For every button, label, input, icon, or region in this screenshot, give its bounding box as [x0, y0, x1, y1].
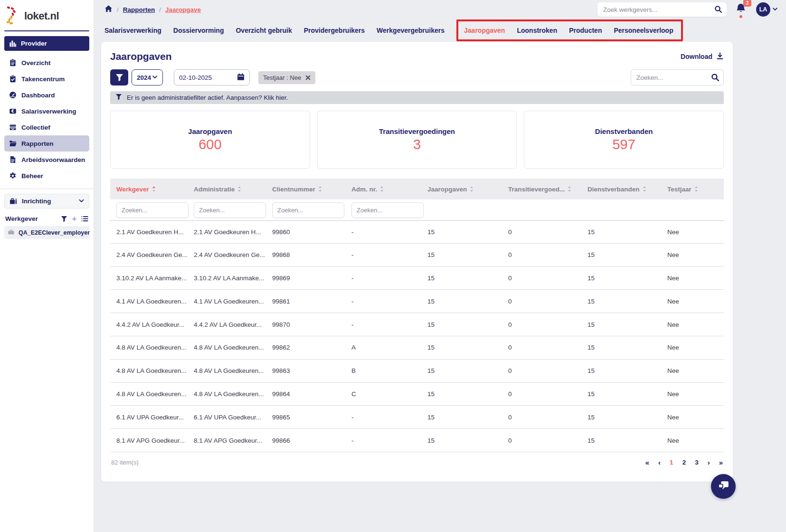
table-row[interactable]: 6.1 AV UPA Goedkeur... 6.1 AV UPA Goedke…: [110, 406, 724, 429]
cell-transitievergoedingen: 0: [508, 251, 587, 258]
column-testjaar[interactable]: Testjaar: [667, 186, 724, 193]
pagination-last[interactable]: »: [719, 458, 723, 466]
home-icon[interactable]: [104, 5, 113, 14]
date-input[interactable]: 02-10-2025: [174, 69, 250, 86]
cell-testjaar: Nee: [667, 344, 724, 351]
table-search-input[interactable]: [631, 70, 723, 85]
sort-icon: [643, 186, 646, 192]
pagination-first[interactable]: «: [645, 458, 649, 466]
tab-salarisverwerking[interactable]: Salarisverwerking: [104, 27, 161, 34]
table-row[interactable]: 4.8 AV LA Goedkeuren... 4.8 AV LA Goedke…: [110, 383, 724, 406]
sidebar-item-takencentrum[interactable]: Takencentrum: [4, 71, 89, 87]
tab-jaaropgaven[interactable]: Jaaropgaven: [464, 27, 505, 34]
filter-chip-testjaar: Testjaar : Nee: [258, 71, 315, 84]
cell-clientnummer: 99870: [272, 321, 351, 328]
nav-label: Salarisverwerking: [21, 108, 76, 115]
werkgever-section-header: Werkgever +: [5, 215, 88, 222]
filter-administratie-input[interactable]: [194, 202, 266, 218]
filter-employers-icon[interactable]: [60, 215, 67, 222]
breadcrumb-rapporten[interactable]: Rapporten: [123, 6, 155, 13]
tab-dossiervorming[interactable]: Dossiervorming: [173, 27, 224, 34]
user-menu[interactable]: LA: [756, 2, 778, 17]
filter-adm-nr-input[interactable]: [351, 202, 424, 218]
employer-list-icon[interactable]: [81, 215, 88, 222]
notifications-button[interactable]: 3: [735, 2, 748, 17]
nav-label: Arbeidsvoorwaarden: [21, 156, 85, 163]
close-icon[interactable]: [305, 75, 311, 80]
sidebar-item-dashboard[interactable]: Dashboard: [4, 87, 89, 103]
column-administratie[interactable]: Administratie: [194, 186, 272, 193]
sidebar-item-collectief[interactable]: Collectief: [4, 119, 89, 135]
pagination-next[interactable]: ›: [708, 458, 710, 466]
employer-search-input[interactable]: [597, 2, 727, 17]
pagination-page-3[interactable]: 3: [695, 459, 699, 466]
chat-button[interactable]: [711, 474, 736, 499]
sidebar-item-provider[interactable]: Provider: [4, 36, 89, 51]
sidebar-item-rapporten[interactable]: Rapporten: [4, 135, 89, 152]
pagination-prev[interactable]: ‹: [658, 458, 661, 466]
filter-werkgever-input[interactable]: [116, 202, 189, 218]
table-row[interactable]: 2.1 AV Goedkeuren H... 2.1 AV Goedkeuren…: [110, 220, 724, 244]
cell-jaaropgaven: 15: [427, 275, 508, 282]
tab-personeelsverloop[interactable]: Personeelsverloop: [614, 27, 673, 34]
table-row[interactable]: 4.4.2 AV LA Goedkeur... 4.4.2 AV LA Goed…: [110, 313, 724, 336]
table-row[interactable]: 4.1 AV LA Goedkeuren... 4.1 AV LA Goedke…: [110, 290, 724, 313]
nav-label: Dashboard: [21, 92, 55, 99]
download-button[interactable]: Download: [681, 52, 724, 61]
column-transitievergoedingen[interactable]: Transitievergoed...: [508, 186, 587, 193]
cell-werkgever: 6.1 AV UPA Goedkeur...: [116, 414, 194, 421]
table-filter-row: [110, 200, 724, 220]
cell-adm-nr: -: [351, 321, 427, 328]
sidebar-item-salarisverwerking[interactable]: € Salarisverwerking: [4, 103, 89, 119]
card-label: Transitievergoedingen: [379, 127, 455, 135]
tab-loonstroken[interactable]: Loonstroken: [517, 27, 557, 34]
cell-werkgever: 4.8 AV LA Goedkeuren...: [116, 367, 194, 374]
cell-werkgever: 4.1 AV LA Goedkeuren...: [116, 298, 194, 305]
tab-providergebruikers[interactable]: Providergebruikers: [304, 27, 365, 34]
filter-clientnummer-input[interactable]: [272, 202, 344, 218]
add-employer-icon[interactable]: +: [71, 215, 78, 222]
filter-button[interactable]: [110, 69, 128, 86]
tab-werkgevergebruikers[interactable]: Werkgevergebruikers: [377, 27, 445, 34]
brand-logo[interactable]: loket.nl: [4, 5, 89, 28]
sidebar-item-inrichting[interactable]: Inrichting: [4, 194, 89, 209]
admin-filter-info-bar[interactable]: Er is geen administratiefilter actief. A…: [110, 91, 724, 104]
year-value: 2024: [137, 74, 151, 81]
search-icon[interactable]: [714, 5, 722, 15]
card-value: 600: [199, 137, 221, 152]
sidebar-item-arbeidsvoorwaarden[interactable]: Arbeidsvoorwaarden: [4, 152, 89, 168]
cell-dienstverbanden: 15: [587, 367, 667, 374]
table-row[interactable]: 2.4 AV Goedkeuren Ge... 2.4 AV Goedkeure…: [110, 244, 724, 267]
employer-item[interactable]: QA_E2EClever_employer: [4, 226, 89, 239]
nav-label: Beheer: [21, 172, 43, 180]
sidebar-item-beheer[interactable]: Beheer: [4, 168, 89, 184]
cell-jaaropgaven: 15: [427, 414, 508, 421]
cell-jaaropgaven: 15: [427, 298, 508, 305]
column-clientnummer[interactable]: Clientnummer: [272, 186, 351, 193]
table-row[interactable]: 8.1 AV APG Goedkeur... 8.1 AV APG Goedke…: [110, 429, 724, 452]
table-row[interactable]: 4.8 AV LA Goedkeuren... 4.8 AV LA Goedke…: [110, 336, 724, 360]
cell-testjaar: Nee: [667, 298, 724, 305]
search-icon[interactable]: [711, 73, 720, 84]
sort-icon: [152, 186, 156, 192]
pagination-page-1[interactable]: 1: [670, 459, 673, 466]
tab-overzicht-gebruik[interactable]: Overzicht gebruik: [236, 27, 292, 34]
tab-producten[interactable]: Producten: [569, 27, 602, 34]
column-adm-nr[interactable]: Adm. nr.: [351, 186, 427, 193]
table-row[interactable]: 3.10.2 AV LA Aanmake... 3.10.2 AV LA Aan…: [110, 267, 724, 290]
column-jaaropgaven[interactable]: Jaaropgaven: [427, 186, 508, 193]
sidebar-item-overzicht[interactable]: Overzicht: [4, 55, 89, 71]
table-row[interactable]: 4.8 AV LA Goedkeuren... 4.8 AV LA Goedke…: [110, 360, 724, 383]
breadcrumb-jaaropgave[interactable]: Jaaropgave: [165, 6, 201, 13]
column-werkgever[interactable]: Werkgever: [116, 186, 194, 193]
column-dienstverbanden[interactable]: Dienstverbanden: [587, 186, 667, 193]
card-label: Dienstverbanden: [595, 127, 653, 135]
calendar-icon[interactable]: [237, 73, 245, 82]
card-dienstverbanden: Dienstverbanden 597: [524, 111, 724, 169]
cell-dienstverbanden: 15: [587, 390, 667, 398]
topbar: / Rapporten / Jaaropgave 3 LA: [94, 0, 786, 19]
pagination-page-2[interactable]: 2: [682, 459, 686, 466]
clipboard-icon: [9, 59, 17, 67]
app-root: loket.nl Provider Overzicht Takencentrum: [0, 0, 786, 532]
year-select[interactable]: 2024: [132, 69, 163, 86]
